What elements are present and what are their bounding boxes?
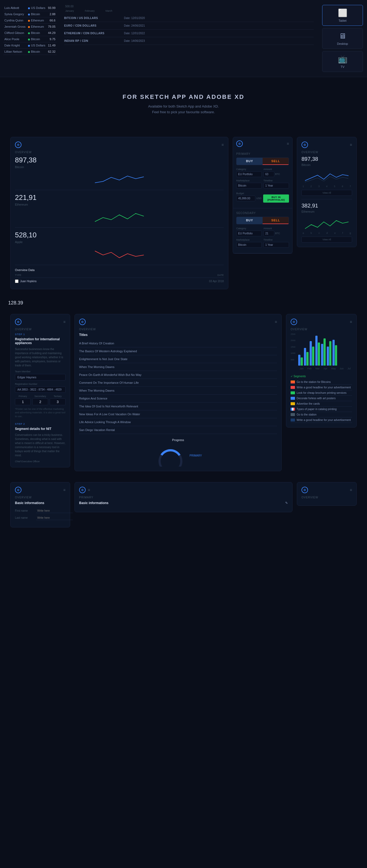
secondary-priority-val: 2 [32, 398, 48, 405]
ethereum-label: Ethereum [15, 203, 224, 206]
view-all-btn-2[interactable]: View All [302, 237, 352, 243]
primary-priority-val: 1 [15, 398, 31, 405]
jan-label: January [65, 9, 74, 12]
row-checkbox[interactable] [15, 279, 19, 283]
secondary-buy-tab[interactable]: BUY [236, 217, 263, 224]
flag-icon [291, 380, 295, 383]
currency-pair-date: Date: 12/01/2020 [124, 17, 145, 20]
segment-item: Write a good headline for your advertise… [291, 417, 352, 423]
titles-logo-icon: ⊕ [79, 318, 86, 325]
overview-bottom-menu-icon[interactable]: ≡ [350, 488, 352, 492]
buy-portfolio-button[interactable]: BUY IN (PORTFOLIO) [263, 194, 289, 203]
priority-row: Primary 1 Secondary 2 Tertiary 3 [15, 395, 65, 405]
secondary-priority-label: Secondary [32, 395, 48, 398]
firstname-input[interactable] [36, 509, 73, 513]
trade-header: ⊕ ≡ [233, 137, 292, 149]
currency-cell: Ethereum [27, 18, 47, 24]
currency-pair-name: BITCOIN / US DOLLARS [64, 17, 118, 20]
basic-info-menu-icon[interactable]: ≡ [63, 488, 65, 492]
overview-bottom-card: ⊕ ≡ OVERVIEW [297, 482, 357, 506]
flag-icon [291, 418, 295, 422]
currency-cell: Bitcoin [27, 36, 47, 42]
stats-menu-icon[interactable]: ≡ [350, 320, 352, 324]
data-table-section: Luis Abbott US Dollars 93.99 Sylvia Greg… [0, 3, 60, 74]
amount-input[interactable] [263, 172, 274, 177]
marketplace-select[interactable]: Bitcoin [236, 183, 262, 188]
category-group: Category EU Portfolio [236, 168, 262, 177]
progress-primary-label: PRIMARY [190, 454, 202, 457]
sec-marketplace-group: Marketplace Bitcoin [236, 239, 262, 248]
menu-icon[interactable]: ≡ [222, 143, 224, 147]
right-logo-icon: ⊕ [302, 142, 308, 148]
table-row: Cynthia Quinn Ethereum 66.6 [3, 18, 57, 24]
flag-icon [291, 402, 295, 405]
budget-group: Budget USD [236, 192, 261, 201]
tv-label: TV [341, 65, 344, 68]
primary-bottom-header: ⊕ ≡ [79, 487, 288, 493]
lastname-label: Last name [15, 516, 34, 519]
marketplace-timeline-row: Marketplace Bitcoin Timeline 1 Year [236, 179, 289, 188]
value-cell: 44.29 [47, 30, 57, 36]
sell-tab[interactable]: SELL [263, 158, 289, 165]
lastname-input[interactable] [36, 516, 73, 520]
sec-marketplace-label: Marketplace [236, 239, 262, 241]
sec-timeline-label: Timeline [263, 239, 289, 241]
small-number-display: 128.39 [0, 295, 367, 311]
bar-group [310, 341, 314, 366]
category-select[interactable]: EU Portfolio [236, 172, 262, 177]
sec-amount-input[interactable] [263, 230, 274, 236]
right-menu-icon[interactable]: ≡ [350, 143, 352, 147]
tablet-card[interactable]: ⬜ Tablet [322, 5, 363, 26]
currency-cell: Bitcoin [27, 49, 47, 55]
overview-data-title: Overview Data [15, 268, 224, 272]
table-row: Juan Hopkins 03 Apr 2018 [15, 278, 224, 285]
budget-row: Budget USD BUY IN (PORTFOLIO) [236, 191, 289, 203]
currency-cell: Bitcoin [27, 30, 47, 36]
edit-icon[interactable]: ✎ [285, 501, 288, 505]
currency-pair-row: ETHEREUM / CDN DOLLARS Date: 12/01/2022 [64, 30, 314, 37]
sec-timeline-select[interactable]: 1 Year [263, 242, 289, 248]
x-labels: JanFebMarAprMayJunJul [298, 367, 352, 370]
desktop-card[interactable]: 🖥 Desktop [322, 28, 363, 49]
form-menu-icon[interactable]: ≡ [63, 320, 65, 324]
marketplace-group: Marketplace Bitcoin [236, 179, 262, 188]
trade-menu-icon[interactable]: ≡ [287, 142, 289, 146]
title-item: Enlightenment Is Not Just One State [79, 355, 277, 363]
overview-label: OVERVIEW [15, 151, 224, 154]
user-name: Cynthia Quinn [3, 18, 27, 24]
amount-label: Amount [263, 168, 289, 170]
secondary-sell-tab[interactable]: SELL [263, 217, 289, 224]
title-item: When The Morning Dawns [79, 387, 277, 395]
sec-amount-group: Amount BTC [263, 227, 289, 236]
title-item: New Ideas For A Low Cost Vacation On Wat… [79, 410, 277, 418]
primary-bottom-menu-icon[interactable]: ≡ [88, 488, 90, 492]
sec-category-label: Category [236, 227, 262, 230]
promo-line2: Feel free to pick your favourite softwar… [5, 110, 362, 115]
flag-icon [291, 391, 295, 394]
primary-bottom-card: ⊕ ≡ PRIMARY Basic informations ✎ [75, 482, 292, 512]
bar-chart [298, 333, 352, 366]
sec-marketplace-select[interactable]: Bitcoin [236, 242, 262, 248]
trade-panel: ⊕ ≡ PRIMARY BUY SELL Category EU Portfol… [233, 137, 292, 254]
titles-menu-icon[interactable]: ≡ [275, 320, 277, 324]
view-all-btn-1[interactable]: View All [302, 190, 352, 196]
currency-pair-name: INDIAN RP / CDN [64, 39, 118, 42]
bar-group [298, 355, 303, 366]
bar-green [323, 338, 326, 366]
sec-amount-label: Amount [263, 227, 289, 230]
budget-input[interactable] [236, 195, 255, 201]
users-table: Luis Abbott US Dollars 93.99 Sylvia Greg… [3, 5, 57, 55]
overview-bottom-header: ⊕ ≡ [302, 487, 352, 493]
amount-currency: BTC [275, 173, 280, 176]
overview-bottom-label: OVERVIEW [302, 496, 352, 499]
tv-card[interactable]: 📺 TV [322, 51, 363, 72]
timeline-select[interactable]: 1 Year [263, 183, 289, 188]
budget-currency: USD [256, 197, 261, 199]
stats-header: ⊕ ≡ [291, 318, 352, 325]
sec-category-select[interactable]: EU Portfolio [236, 230, 262, 236]
form-card-header: ⊕ ≡ [15, 318, 65, 325]
buy-tab[interactable]: BUY [236, 158, 263, 165]
value-cell: 2.88 [47, 11, 57, 18]
form-overview-label: OVERVIEW [15, 328, 65, 331]
title-item: Comment On The Importance Of Human Life [79, 379, 277, 387]
